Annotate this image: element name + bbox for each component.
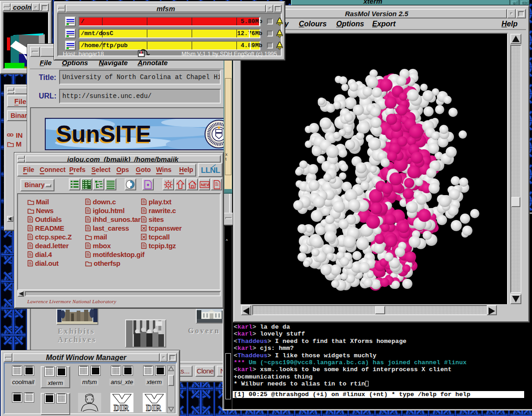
svg-text:NEW: NEW bbox=[201, 183, 210, 187]
svg-text:SunSITE: SunSITE bbox=[56, 121, 151, 147]
svg-text:DIR: DIR bbox=[114, 404, 129, 412]
svg-text:LLNL: LLNL bbox=[201, 166, 220, 175]
svg-text:DIR: DIR bbox=[146, 404, 162, 412]
